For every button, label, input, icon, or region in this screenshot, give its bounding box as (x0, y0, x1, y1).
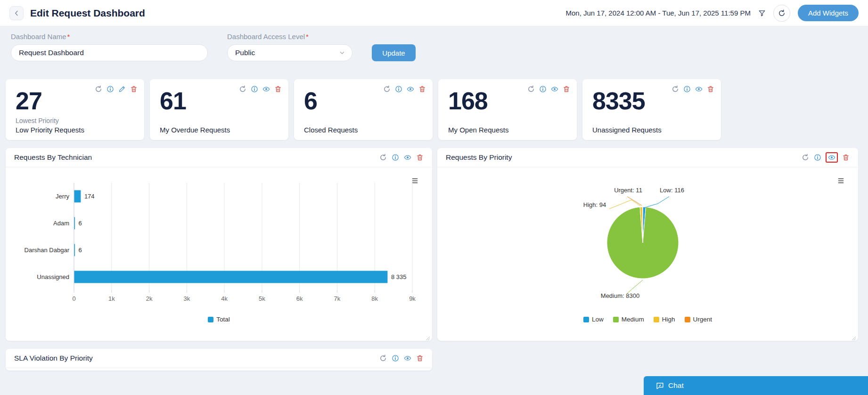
info-icon[interactable] (251, 85, 258, 93)
info-icon[interactable] (683, 85, 691, 93)
info-icon[interactable] (814, 154, 821, 161)
refresh-dashboard-button[interactable] (773, 5, 790, 22)
pie-slice-urgent[interactable] (642, 207, 643, 243)
legend-item-high[interactable]: High (654, 316, 675, 323)
eye-icon[interactable] (262, 85, 270, 93)
add-widgets-button[interactable]: Add Widgets (798, 5, 859, 21)
resize-handle[interactable] (426, 334, 430, 339)
eye-icon[interactable] (551, 85, 558, 93)
trash-icon[interactable] (707, 85, 714, 93)
svg-text:Jerry: Jerry (56, 193, 69, 200)
svg-text:174: 174 (84, 193, 95, 200)
dashboard-name-label: Dashboard Name* (11, 33, 70, 41)
refresh-icon[interactable] (671, 85, 679, 93)
stat-card-my-open: 168 My Open Requests (438, 79, 577, 140)
refresh-icon[interactable] (379, 354, 387, 362)
trash-icon[interactable] (416, 154, 424, 161)
legend-swatch (654, 317, 659, 322)
edit-icon[interactable] (118, 85, 126, 93)
legend-label: Medium (622, 316, 644, 323)
dashboard-form: Dashboard Name* Dashboard Access Level* … (0, 26, 868, 79)
info-icon[interactable] (392, 354, 399, 362)
legend-item-low[interactable]: Low (583, 316, 604, 323)
filter-icon[interactable] (758, 9, 766, 17)
stat-card-unassigned: 8335 Unassigned Requests (582, 79, 721, 140)
legend-swatch (583, 317, 589, 322)
stat-card-closed: 6 Closed Requests (294, 79, 433, 140)
svg-text:2k: 2k (146, 295, 153, 302)
back-button[interactable] (9, 6, 24, 20)
bar-jerry[interactable] (74, 190, 81, 203)
info-icon[interactable] (392, 154, 399, 161)
refresh-icon[interactable] (95, 85, 102, 93)
access-level-label: Dashboard Access Level* (227, 33, 309, 41)
access-level-select[interactable]: Public (227, 44, 352, 61)
widget-title: Requests By Technician (14, 153, 92, 162)
stat-card-low-priority: 27 Lowest Priority Low Priority Requests (6, 79, 144, 140)
stat-title: Unassigned Requests (592, 125, 662, 135)
svg-text:0: 0 (72, 295, 75, 302)
info-icon[interactable] (395, 85, 402, 93)
chat-bar[interactable]: Chat (644, 376, 868, 395)
info-icon[interactable] (539, 85, 547, 93)
refresh-icon (778, 9, 786, 17)
svg-text:3k: 3k (183, 295, 190, 302)
top-bar: Edit Request Dashboard Mon, Jun 17, 2024… (0, 0, 868, 26)
stat-value: 27 (16, 89, 42, 113)
trash-icon[interactable] (416, 354, 424, 362)
stat-card-my-overdue: 61 My Overdue Requests (150, 79, 288, 140)
trash-icon[interactable] (842, 154, 850, 161)
highlight-box (826, 152, 838, 163)
pie-chart[interactable]: Low: 116Medium: 8300High: 94Urgent: 11 (437, 170, 858, 316)
stat-title: My Overdue Requests (160, 125, 230, 135)
eye-icon[interactable] (404, 154, 411, 161)
pie-data-label: Medium: 8300 (601, 292, 639, 299)
trash-icon[interactable] (418, 85, 426, 93)
bar-chart[interactable]: 01k2k3k4k5k6k7k8k9kJerry174Adam6Darshan … (6, 170, 425, 307)
stat-value: 168 (448, 89, 488, 113)
eye-icon[interactable] (404, 354, 411, 362)
widget-title: SLA Violation By Priority (14, 354, 93, 362)
refresh-icon[interactable] (383, 85, 391, 93)
svg-text:9k: 9k (409, 295, 416, 302)
stat-title: Closed Requests (304, 125, 358, 135)
trash-icon[interactable] (130, 85, 138, 93)
eye-icon[interactable] (407, 85, 414, 93)
update-button[interactable]: Update (372, 44, 416, 61)
legend-swatch (685, 317, 690, 322)
bar-darshan-dabgar[interactable] (74, 244, 75, 256)
chat-icon (656, 382, 664, 390)
refresh-icon[interactable] (527, 85, 535, 93)
eye-icon[interactable] (695, 85, 703, 93)
refresh-icon[interactable] (802, 154, 809, 161)
pie-data-label: Low: 116 (660, 187, 684, 194)
legend-item-total[interactable]: Total (208, 316, 230, 323)
bar-unassigned[interactable] (74, 271, 388, 283)
legend-item-urgent[interactable]: Urgent (685, 316, 712, 323)
dashboard-name-input[interactable] (11, 44, 208, 61)
widget-requests-by-technician: Requests By Technician 01k2k3k4k5k6k7k8k… (6, 148, 432, 341)
svg-text:8 335: 8 335 (391, 273, 407, 280)
trash-icon[interactable] (563, 85, 570, 93)
resize-handle[interactable] (852, 334, 856, 339)
chevron-down-icon (339, 49, 345, 56)
eye-icon[interactable] (828, 154, 835, 161)
pie-chart-legend: LowMediumHighUrgent (437, 316, 858, 323)
svg-text:Darshan Dabgar: Darshan Dabgar (25, 247, 70, 254)
widget-requests-by-priority: Requests By Priority Low: 116Medium: 830… (437, 148, 858, 341)
refresh-icon[interactable] (379, 154, 387, 161)
legend-item-medium[interactable]: Medium (613, 316, 644, 323)
legend-label: Total (216, 316, 230, 323)
stat-card-row: 27 Lowest Priority Low Priority Requests… (6, 79, 721, 140)
info-icon[interactable] (106, 85, 114, 93)
trash-icon[interactable] (274, 85, 282, 93)
stat-value: 8335 (592, 89, 645, 113)
svg-text:4k: 4k (221, 295, 228, 302)
date-range-picker[interactable]: Mon, Jun 17, 2024 12:00 AM - Tue, Jun 17… (565, 9, 750, 17)
svg-text:7k: 7k (334, 295, 341, 302)
refresh-icon[interactable] (239, 85, 246, 93)
stat-title: My Open Requests (448, 125, 508, 135)
bar-adam[interactable] (74, 217, 75, 230)
svg-text:1k: 1k (108, 295, 115, 302)
required-marker: * (67, 33, 70, 41)
